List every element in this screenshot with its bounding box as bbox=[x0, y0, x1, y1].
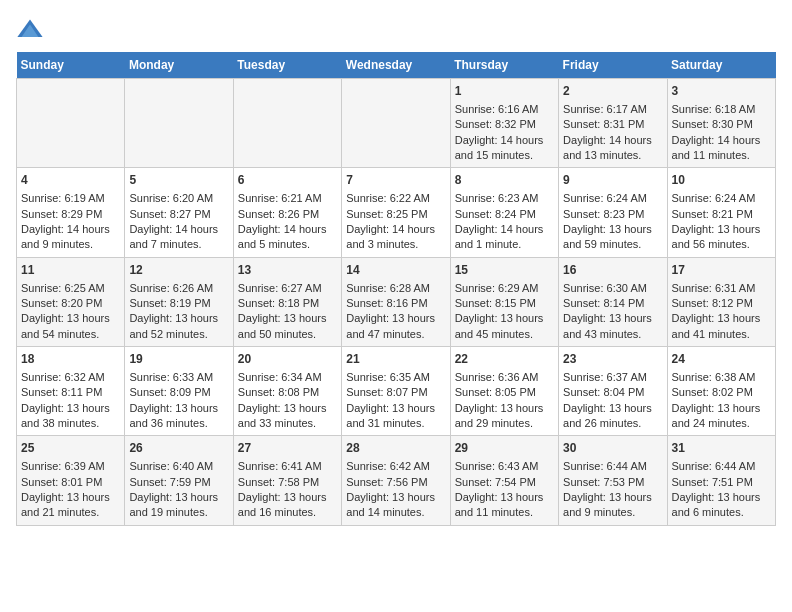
day-number: 10 bbox=[672, 172, 771, 189]
calendar-cell: 4Sunrise: 6:19 AMSunset: 8:29 PMDaylight… bbox=[17, 168, 125, 257]
day-header-monday: Monday bbox=[125, 52, 233, 79]
calendar-cell: 7Sunrise: 6:22 AMSunset: 8:25 PMDaylight… bbox=[342, 168, 450, 257]
day-info: Daylight: 13 hours and 43 minutes. bbox=[563, 311, 662, 342]
day-info: Sunrise: 6:19 AM bbox=[21, 191, 120, 206]
day-number: 18 bbox=[21, 351, 120, 368]
calendar-cell: 21Sunrise: 6:35 AMSunset: 8:07 PMDayligh… bbox=[342, 347, 450, 436]
day-info: Sunrise: 6:32 AM bbox=[21, 370, 120, 385]
day-number: 3 bbox=[672, 83, 771, 100]
day-number: 8 bbox=[455, 172, 554, 189]
day-info: Daylight: 14 hours and 1 minute. bbox=[455, 222, 554, 253]
day-info: Sunrise: 6:37 AM bbox=[563, 370, 662, 385]
day-info: Daylight: 14 hours and 7 minutes. bbox=[129, 222, 228, 253]
logo bbox=[16, 16, 48, 44]
day-info: Sunset: 8:32 PM bbox=[455, 117, 554, 132]
day-info: Sunrise: 6:30 AM bbox=[563, 281, 662, 296]
day-info: Sunrise: 6:27 AM bbox=[238, 281, 337, 296]
day-number: 25 bbox=[21, 440, 120, 457]
calendar-cell: 20Sunrise: 6:34 AMSunset: 8:08 PMDayligh… bbox=[233, 347, 341, 436]
day-info: Daylight: 14 hours and 11 minutes. bbox=[672, 133, 771, 164]
day-info: Daylight: 13 hours and 33 minutes. bbox=[238, 401, 337, 432]
day-number: 27 bbox=[238, 440, 337, 457]
day-info: Sunset: 8:05 PM bbox=[455, 385, 554, 400]
calendar-cell: 31Sunrise: 6:44 AMSunset: 7:51 PMDayligh… bbox=[667, 436, 775, 525]
calendar-cell: 10Sunrise: 6:24 AMSunset: 8:21 PMDayligh… bbox=[667, 168, 775, 257]
day-info: Daylight: 13 hours and 14 minutes. bbox=[346, 490, 445, 521]
day-info: Daylight: 14 hours and 3 minutes. bbox=[346, 222, 445, 253]
day-number: 2 bbox=[563, 83, 662, 100]
calendar-cell: 26Sunrise: 6:40 AMSunset: 7:59 PMDayligh… bbox=[125, 436, 233, 525]
calendar-cell: 15Sunrise: 6:29 AMSunset: 8:15 PMDayligh… bbox=[450, 257, 558, 346]
day-info: Sunset: 8:11 PM bbox=[21, 385, 120, 400]
day-number: 26 bbox=[129, 440, 228, 457]
day-header-tuesday: Tuesday bbox=[233, 52, 341, 79]
day-info: Daylight: 14 hours and 15 minutes. bbox=[455, 133, 554, 164]
day-number: 13 bbox=[238, 262, 337, 279]
week-row-3: 11Sunrise: 6:25 AMSunset: 8:20 PMDayligh… bbox=[17, 257, 776, 346]
day-info: Sunset: 8:02 PM bbox=[672, 385, 771, 400]
day-number: 6 bbox=[238, 172, 337, 189]
calendar-cell: 28Sunrise: 6:42 AMSunset: 7:56 PMDayligh… bbox=[342, 436, 450, 525]
day-number: 20 bbox=[238, 351, 337, 368]
day-info: Daylight: 13 hours and 16 minutes. bbox=[238, 490, 337, 521]
day-info: Sunset: 7:56 PM bbox=[346, 475, 445, 490]
day-info: Sunset: 8:27 PM bbox=[129, 207, 228, 222]
day-info: Sunset: 8:07 PM bbox=[346, 385, 445, 400]
calendar-cell: 24Sunrise: 6:38 AMSunset: 8:02 PMDayligh… bbox=[667, 347, 775, 436]
day-header-sunday: Sunday bbox=[17, 52, 125, 79]
day-info: Sunrise: 6:23 AM bbox=[455, 191, 554, 206]
day-info: Daylight: 13 hours and 38 minutes. bbox=[21, 401, 120, 432]
day-info: Daylight: 13 hours and 47 minutes. bbox=[346, 311, 445, 342]
day-number: 1 bbox=[455, 83, 554, 100]
day-info: Sunrise: 6:29 AM bbox=[455, 281, 554, 296]
day-info: Sunset: 8:08 PM bbox=[238, 385, 337, 400]
day-info: Sunset: 7:54 PM bbox=[455, 475, 554, 490]
day-info: Daylight: 13 hours and 31 minutes. bbox=[346, 401, 445, 432]
day-info: Sunset: 8:09 PM bbox=[129, 385, 228, 400]
day-info: Daylight: 13 hours and 11 minutes. bbox=[455, 490, 554, 521]
calendar-cell: 29Sunrise: 6:43 AMSunset: 7:54 PMDayligh… bbox=[450, 436, 558, 525]
header bbox=[16, 16, 776, 44]
day-header-wednesday: Wednesday bbox=[342, 52, 450, 79]
calendar-cell: 17Sunrise: 6:31 AMSunset: 8:12 PMDayligh… bbox=[667, 257, 775, 346]
calendar-cell bbox=[342, 79, 450, 168]
day-info: Sunset: 7:53 PM bbox=[563, 475, 662, 490]
day-info: Sunrise: 6:39 AM bbox=[21, 459, 120, 474]
day-info: Daylight: 14 hours and 13 minutes. bbox=[563, 133, 662, 164]
day-info: Sunrise: 6:22 AM bbox=[346, 191, 445, 206]
day-number: 14 bbox=[346, 262, 445, 279]
day-number: 22 bbox=[455, 351, 554, 368]
day-number: 29 bbox=[455, 440, 554, 457]
day-number: 5 bbox=[129, 172, 228, 189]
day-info: Daylight: 14 hours and 5 minutes. bbox=[238, 222, 337, 253]
calendar-cell: 14Sunrise: 6:28 AMSunset: 8:16 PMDayligh… bbox=[342, 257, 450, 346]
calendar-cell: 30Sunrise: 6:44 AMSunset: 7:53 PMDayligh… bbox=[559, 436, 667, 525]
day-info: Sunrise: 6:34 AM bbox=[238, 370, 337, 385]
day-info: Daylight: 13 hours and 59 minutes. bbox=[563, 222, 662, 253]
day-info: Sunset: 8:01 PM bbox=[21, 475, 120, 490]
calendar-cell: 13Sunrise: 6:27 AMSunset: 8:18 PMDayligh… bbox=[233, 257, 341, 346]
day-number: 21 bbox=[346, 351, 445, 368]
day-info: Sunset: 8:24 PM bbox=[455, 207, 554, 222]
day-info: Daylight: 13 hours and 19 minutes. bbox=[129, 490, 228, 521]
day-info: Daylight: 13 hours and 9 minutes. bbox=[563, 490, 662, 521]
day-number: 7 bbox=[346, 172, 445, 189]
calendar-cell: 23Sunrise: 6:37 AMSunset: 8:04 PMDayligh… bbox=[559, 347, 667, 436]
day-number: 4 bbox=[21, 172, 120, 189]
day-number: 15 bbox=[455, 262, 554, 279]
day-info: Sunset: 8:16 PM bbox=[346, 296, 445, 311]
calendar-cell: 3Sunrise: 6:18 AMSunset: 8:30 PMDaylight… bbox=[667, 79, 775, 168]
week-row-4: 18Sunrise: 6:32 AMSunset: 8:11 PMDayligh… bbox=[17, 347, 776, 436]
calendar-cell: 2Sunrise: 6:17 AMSunset: 8:31 PMDaylight… bbox=[559, 79, 667, 168]
day-info: Sunset: 8:15 PM bbox=[455, 296, 554, 311]
calendar-cell bbox=[17, 79, 125, 168]
calendar-cell: 18Sunrise: 6:32 AMSunset: 8:11 PMDayligh… bbox=[17, 347, 125, 436]
day-info: Daylight: 13 hours and 41 minutes. bbox=[672, 311, 771, 342]
day-number: 23 bbox=[563, 351, 662, 368]
day-number: 31 bbox=[672, 440, 771, 457]
calendar-cell: 16Sunrise: 6:30 AMSunset: 8:14 PMDayligh… bbox=[559, 257, 667, 346]
day-info: Sunrise: 6:17 AM bbox=[563, 102, 662, 117]
day-info: Daylight: 13 hours and 26 minutes. bbox=[563, 401, 662, 432]
day-info: Daylight: 13 hours and 56 minutes. bbox=[672, 222, 771, 253]
calendar-cell: 11Sunrise: 6:25 AMSunset: 8:20 PMDayligh… bbox=[17, 257, 125, 346]
